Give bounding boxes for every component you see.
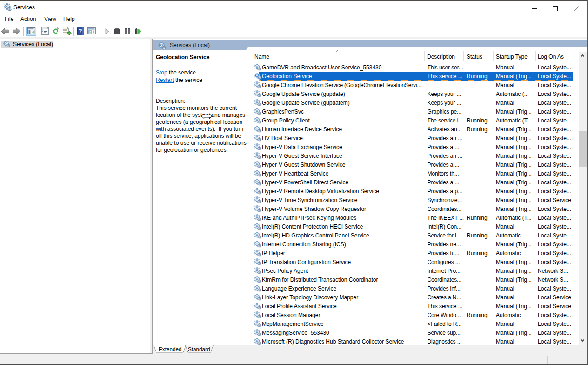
svg-text:Standard: Standard — [188, 346, 210, 352]
svg-text:Extended: Extended — [159, 346, 181, 352]
svg-text:?: ? — [79, 27, 82, 34]
